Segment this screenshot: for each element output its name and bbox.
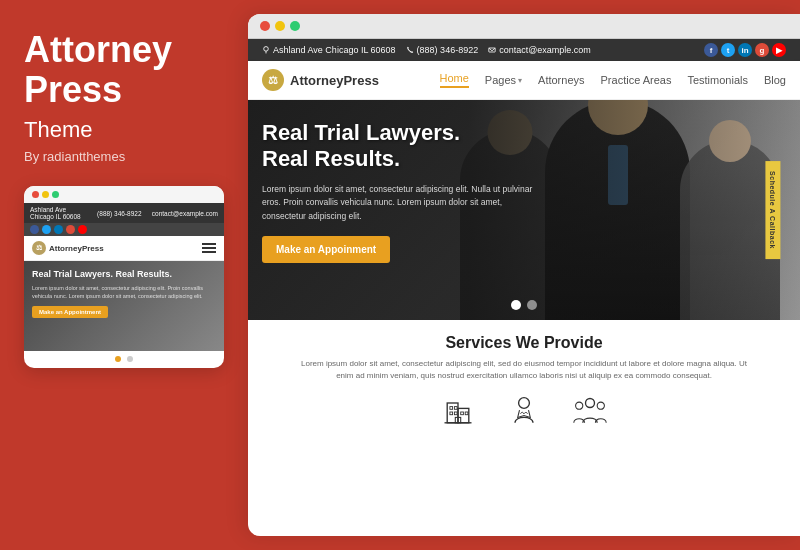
nav-attorneys[interactable]: Attorneys <box>538 72 584 88</box>
svg-rect-7 <box>454 407 457 410</box>
left-panel: Attorney Press Theme By radiantthemes As… <box>0 0 248 550</box>
mobile-social-bar <box>24 223 224 236</box>
site-facebook-icon[interactable]: f <box>704 43 718 57</box>
mobile-topbar: Ashland Ave Chicago IL 60608 (888) 346-8… <box>24 203 224 223</box>
mobile-browser-chrome <box>24 186 224 203</box>
mobile-location: Ashland Ave Chicago IL 60608 <box>30 206 87 220</box>
hero-dot-2[interactable] <box>527 300 537 310</box>
nav-testimonials[interactable]: Testimonials <box>687 72 748 88</box>
nav-pages[interactable]: Pages ▾ <box>485 72 522 88</box>
nav-home[interactable]: Home <box>440 72 469 88</box>
hero-content: Real Trial Lawyers. Real Results. Lorem … <box>262 120 542 263</box>
svg-rect-8 <box>450 412 453 415</box>
lawyer-icon <box>506 394 542 430</box>
pages-chevron-icon: ▾ <box>518 76 522 85</box>
svg-rect-11 <box>465 412 468 415</box>
browser-dot-yellow <box>275 21 285 31</box>
mobile-youtube-icon <box>78 225 87 234</box>
schedule-callback-tab[interactable]: Schedule A Callback <box>766 161 781 259</box>
mobile-cta-button[interactable]: Make an Appointment <box>32 306 108 318</box>
site-email: contact@example.com <box>488 45 591 55</box>
email-icon <box>488 46 496 54</box>
svg-point-13 <box>519 398 530 409</box>
location-icon <box>262 46 270 54</box>
hero-description: Lorem ipsum dolor sit amet, consectetur … <box>262 183 542 224</box>
mobile-hero-text: Lorem ipsum dolor sit amet, consectetur … <box>32 285 216 300</box>
svg-rect-4 <box>458 408 469 422</box>
service-item-lawyer <box>506 394 542 430</box>
services-description: Lorem ipsum dolor sit amet, consectetur … <box>294 358 754 382</box>
hero-slide-dots <box>511 300 537 310</box>
mobile-logo-icon: ⚖ <box>32 241 46 255</box>
services-title: Services We Provide <box>268 334 780 352</box>
services-section: Services We Provide Lorem ipsum dolor si… <box>248 320 800 440</box>
site-navbar: ⚖ AttorneyPress Home Pages ▾ Attorneys P… <box>248 61 800 100</box>
service-item-building <box>440 394 476 430</box>
mobile-mockup: Ashland Ave Chicago IL 60608 (888) 346-8… <box>24 186 224 368</box>
site-twitter-icon[interactable]: t <box>721 43 735 57</box>
site-google-icon[interactable]: g <box>755 43 769 57</box>
browser-chrome <box>248 14 800 39</box>
mobile-facebook-icon <box>30 225 39 234</box>
service-item-group <box>572 394 608 430</box>
mobile-menu-button[interactable] <box>202 243 216 253</box>
site-logo: ⚖ AttorneyPress <box>262 69 379 91</box>
mobile-phone: (888) 346-8922 <box>91 210 148 217</box>
mobile-dot-1 <box>115 356 121 362</box>
mobile-dot-green <box>52 191 59 198</box>
phone-icon <box>406 46 414 54</box>
mobile-dot-2 <box>127 356 133 362</box>
nav-practice-areas[interactable]: Practice Areas <box>601 72 672 88</box>
site-hero: Real Trial Lawyers. Real Results. Lorem … <box>248 100 800 320</box>
svg-point-16 <box>597 402 604 409</box>
site-linkedin-icon[interactable]: in <box>738 43 752 57</box>
site-social-icons: f t in g ▶ <box>704 43 786 57</box>
site-logo-text: AttorneyPress <box>290 73 379 88</box>
site-topbar: Ashland Ave Chicago IL 60608 (888) 346-8… <box>248 39 800 61</box>
site-phone: (888) 346-8922 <box>406 45 479 55</box>
mobile-dot-yellow <box>42 191 49 198</box>
theme-title: Attorney Press <box>24 30 224 109</box>
site-logo-icon: ⚖ <box>262 69 284 91</box>
nav-blog[interactable]: Blog <box>764 72 786 88</box>
mobile-email: contact@example.com <box>152 210 218 217</box>
svg-point-0 <box>264 47 269 52</box>
hero-cta-button[interactable]: Make an Appoinment <box>262 236 390 263</box>
desktop-mockup: Ashland Ave Chicago IL 60608 (888) 346-8… <box>248 14 800 536</box>
svg-rect-9 <box>454 412 457 415</box>
mobile-dot-red <box>32 191 39 198</box>
group-icon <box>572 394 608 430</box>
browser-dot-red <box>260 21 270 31</box>
hero-title: Real Trial Lawyers. Real Results. <box>262 120 542 173</box>
theme-subtitle: Theme <box>24 117 224 143</box>
mobile-twitter-icon <box>42 225 51 234</box>
mobile-navbar: ⚖ AttorneyPress <box>24 236 224 261</box>
svg-point-14 <box>586 399 595 408</box>
site-nav: Home Pages ▾ Attorneys Practice Areas Te… <box>440 72 787 88</box>
browser-dot-green <box>290 21 300 31</box>
mobile-hero-title: Real Trial Lawyers. Real Results. <box>32 269 216 281</box>
mobile-linkedin-icon <box>54 225 63 234</box>
mobile-hero: Real Trial Lawyers. Real Results. Lorem … <box>24 261 224 351</box>
services-icons-row <box>268 394 780 430</box>
svg-rect-10 <box>461 412 464 415</box>
theme-author: By radiantthemes <box>24 149 224 164</box>
mobile-google-icon <box>66 225 75 234</box>
site-youtube-icon[interactable]: ▶ <box>772 43 786 57</box>
mobile-logo: ⚖ AttorneyPress <box>32 241 104 255</box>
svg-point-15 <box>576 402 583 409</box>
mobile-slide-dots <box>24 351 224 368</box>
building-icon <box>440 394 476 430</box>
mobile-hero-content: Real Trial Lawyers. Real Results. Lorem … <box>24 261 224 326</box>
svg-rect-6 <box>450 407 453 410</box>
hero-dot-1[interactable] <box>511 300 521 310</box>
site-location: Ashland Ave Chicago IL 60608 <box>262 45 396 55</box>
